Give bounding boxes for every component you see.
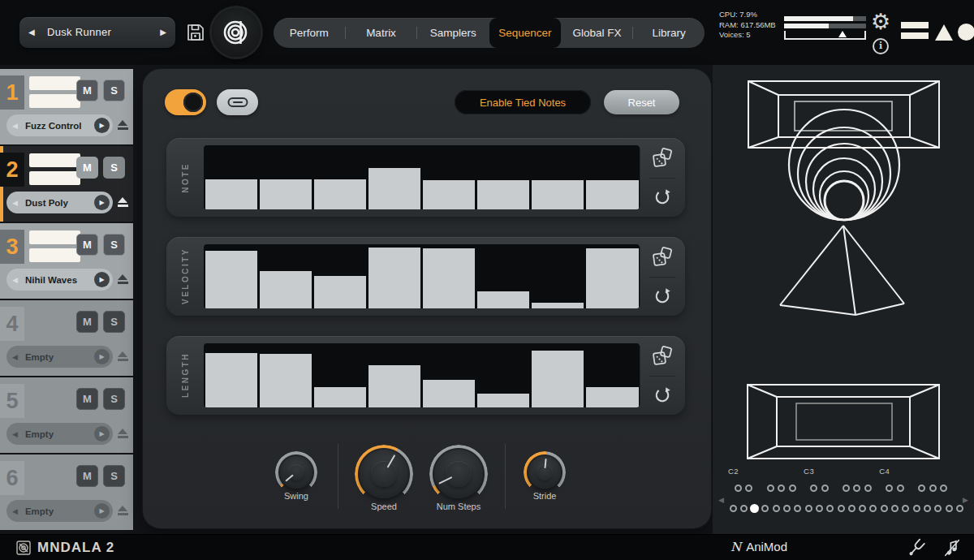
white-key-dot[interactable]: [869, 505, 877, 512]
info-icon[interactable]: i: [873, 38, 889, 54]
solo-button[interactable]: S: [103, 388, 125, 410]
slot-preset-selector[interactable]: ◀Nihil Waves▶: [6, 269, 113, 291]
randomize-dice-icon[interactable]: [640, 138, 685, 178]
tab-perform[interactable]: Perform: [274, 18, 345, 48]
mute-button[interactable]: M: [76, 388, 98, 410]
meter-slider-handle[interactable]: [838, 31, 847, 37]
step-bar[interactable]: [422, 145, 476, 209]
white-key-dot[interactable]: [891, 505, 899, 512]
slot-preset-selector[interactable]: ◀Dust Poly▶: [6, 192, 113, 213]
step-bar[interactable]: [367, 244, 421, 308]
tuning-fork-icon[interactable]: [907, 538, 925, 560]
sequencer-power-toggle[interactable]: [165, 89, 206, 115]
white-key-dot[interactable]: [838, 505, 845, 512]
next-arrow-icon[interactable]: ▶: [94, 426, 110, 442]
slot-preset-selector[interactable]: ◀Empty▶: [6, 500, 113, 522]
step-bar[interactable]: [531, 145, 585, 209]
step-bar[interactable]: [367, 343, 421, 407]
prev-arrow-icon[interactable]: ◀: [12, 430, 18, 438]
white-key-dot[interactable]: [816, 505, 823, 512]
eject-icon[interactable]: [118, 197, 128, 207]
next-arrow-icon[interactable]: ▶: [94, 272, 110, 287]
keyboard-next-icon[interactable]: ▶: [963, 496, 968, 504]
eject-icon[interactable]: [118, 429, 128, 438]
step-bar[interactable]: [204, 343, 258, 407]
step-bar[interactable]: [367, 145, 421, 209]
step-bar[interactable]: [585, 244, 640, 308]
mute-button[interactable]: M: [76, 311, 98, 333]
black-key-dot[interactable]: [843, 485, 850, 492]
prev-arrow-icon[interactable]: ◀: [12, 276, 18, 284]
step-bar[interactable]: [204, 145, 258, 209]
eject-icon[interactable]: [118, 274, 128, 284]
solo-button[interactable]: S: [103, 465, 125, 487]
white-key-dot[interactable]: [924, 505, 931, 512]
white-key-dot[interactable]: [750, 504, 759, 513]
step-bar[interactable]: [258, 145, 312, 209]
black-key-dot[interactable]: [886, 485, 893, 492]
step-bar[interactable]: [204, 244, 258, 308]
preset-selector[interactable]: ◀ Dusk Runner ▶: [19, 17, 175, 48]
prev-preset-icon[interactable]: ◀: [28, 17, 35, 48]
num-steps-knob[interactable]: [429, 445, 488, 503]
white-key-dot[interactable]: [881, 505, 888, 512]
sampler-slot-3[interactable]: 3MS◀Nihil Waves▶: [0, 223, 133, 299]
eject-icon[interactable]: [118, 120, 128, 130]
solo-button[interactable]: S: [103, 234, 125, 256]
black-key-dot[interactable]: [778, 485, 785, 492]
next-preset-icon[interactable]: ▶: [160, 17, 166, 48]
next-arrow-icon[interactable]: ▶: [94, 195, 110, 210]
black-key-dot[interactable]: [853, 485, 860, 492]
white-key-dot[interactable]: [913, 505, 920, 512]
prev-arrow-icon[interactable]: ◀: [12, 199, 18, 207]
step-bar[interactable]: [585, 145, 640, 209]
speed-knob[interactable]: [355, 445, 413, 503]
white-key-dot[interactable]: [740, 505, 748, 512]
step-bar[interactable]: [476, 343, 531, 407]
step-bar[interactable]: [312, 145, 367, 209]
note-mute-icon[interactable]: [943, 538, 961, 560]
sampler-slot-1[interactable]: 1MS◀Fuzz Control▶: [0, 69, 133, 144]
white-key-dot[interactable]: [946, 505, 953, 512]
randomize-dice-icon[interactable]: [640, 237, 685, 277]
tab-samplers[interactable]: Samplers: [417, 18, 489, 48]
white-key-dot[interactable]: [934, 505, 942, 512]
stride-knob[interactable]: [524, 451, 566, 493]
black-key-dot[interactable]: [745, 485, 752, 492]
slot-preset-selector[interactable]: ◀Empty▶: [6, 423, 113, 445]
prev-arrow-icon[interactable]: ◀: [12, 353, 18, 361]
eject-icon[interactable]: [118, 351, 128, 361]
white-key-dot[interactable]: [805, 505, 812, 512]
mute-button[interactable]: M: [76, 465, 98, 487]
white-key-dot[interactable]: [848, 505, 855, 512]
black-key-dot[interactable]: [767, 485, 774, 492]
white-key-dot[interactable]: [730, 505, 737, 512]
mandala-logo-button[interactable]: [212, 8, 261, 57]
black-key-dot[interactable]: [918, 485, 925, 492]
black-key-dot[interactable]: [821, 485, 829, 492]
solo-button[interactable]: S: [103, 80, 125, 101]
step-bar[interactable]: [476, 244, 531, 308]
reset-button[interactable]: Reset: [604, 90, 679, 114]
mute-button[interactable]: M: [76, 80, 98, 101]
step-bar[interactable]: [531, 343, 585, 407]
eject-icon[interactable]: [118, 506, 128, 515]
solo-button[interactable]: S: [103, 157, 125, 179]
tab-global-fx[interactable]: Global FX: [562, 18, 633, 48]
mute-button[interactable]: M: [76, 157, 98, 179]
black-key-dot[interactable]: [789, 485, 796, 492]
sampler-slot-6[interactable]: 6MS◀Empty▶: [0, 454, 133, 530]
link-button[interactable]: [217, 89, 258, 115]
next-arrow-icon[interactable]: ▶: [94, 503, 110, 519]
enable-tied-notes-button[interactable]: Enable Tied Notes: [455, 90, 591, 114]
solo-button[interactable]: S: [103, 311, 125, 333]
settings-gear-icon[interactable]: ⚙: [871, 11, 890, 33]
swing-knob[interactable]: [275, 451, 317, 493]
sampler-slot-5[interactable]: 5MS◀Empty▶: [0, 377, 133, 453]
white-key-dot[interactable]: [902, 505, 909, 512]
white-key-dot[interactable]: [859, 505, 866, 512]
next-arrow-icon[interactable]: ▶: [94, 349, 110, 364]
tab-matrix[interactable]: Matrix: [346, 18, 417, 48]
white-key-dot[interactable]: [783, 505, 791, 512]
step-bar[interactable]: [258, 244, 312, 308]
